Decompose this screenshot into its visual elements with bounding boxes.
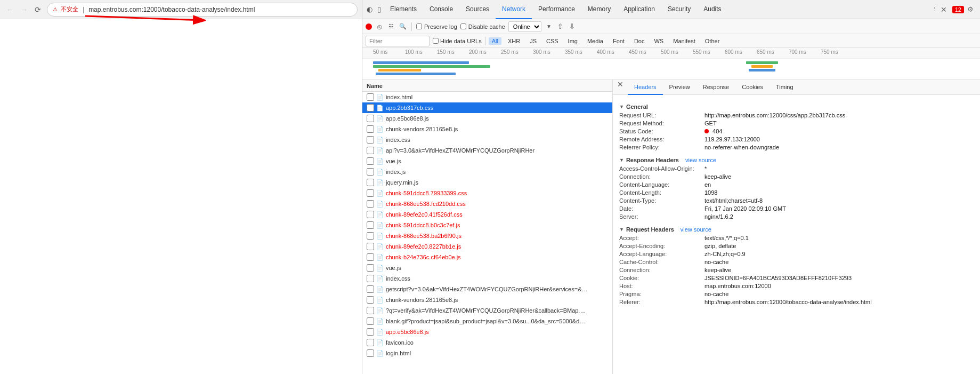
disable-cache-input[interactable] xyxy=(460,23,466,29)
file-item-19[interactable]: 📄 chunk-vendors.281165e8.js xyxy=(362,295,612,305)
file-checkbox-10[interactable] xyxy=(367,200,374,208)
file-checkbox-24[interactable] xyxy=(367,349,374,357)
details-tab-headers[interactable]: Headers xyxy=(628,80,663,95)
type-btn-doc[interactable]: Doc xyxy=(631,37,648,45)
response-headers-view-source[interactable]: view source xyxy=(685,157,716,163)
tab-application[interactable]: Application xyxy=(617,0,661,19)
search-icon[interactable]: 🔍 xyxy=(399,22,407,31)
file-checkbox-13[interactable] xyxy=(367,232,374,240)
file-item-15[interactable]: 📄 chunk-b24e736c.cf64eb0e.js xyxy=(362,252,612,262)
file-item-2[interactable]: 📄 app.e5bc86e8.js xyxy=(362,113,612,124)
details-close-icon[interactable]: ✕ xyxy=(613,80,628,94)
inspect-element-icon[interactable]: ◐ xyxy=(365,5,374,14)
devtools-more-icon[interactable]: ⋮ xyxy=(932,6,937,13)
file-item-21[interactable]: 📄 blank.gif?product=jsapi&sub_product=js… xyxy=(362,316,612,327)
file-checkbox-14[interactable] xyxy=(367,243,374,250)
file-item-12[interactable]: 📄 chunk-591ddcc8.b0c3c7ef.js xyxy=(362,220,612,230)
type-btn-font[interactable]: Font xyxy=(610,37,628,45)
devtools-settings-icon[interactable]: ⚙ xyxy=(967,5,974,13)
file-checkbox-16[interactable] xyxy=(367,264,374,272)
file-checkbox-22[interactable] xyxy=(367,328,374,336)
file-item-18[interactable]: 📄 getscript?v=3.0&ak=VifdHexZT4WOMrFYCQU… xyxy=(362,284,612,295)
file-checkbox-23[interactable] xyxy=(367,339,374,346)
tab-network[interactable]: Network xyxy=(496,0,532,19)
file-checkbox-18[interactable] xyxy=(367,285,374,293)
file-item-4[interactable]: 📄 index.css xyxy=(362,134,612,145)
close-devtools-icon[interactable]: ✕ xyxy=(941,5,947,14)
preserve-log-input[interactable] xyxy=(416,23,422,29)
disable-cache-checkbox[interactable]: Disable cache xyxy=(460,23,505,30)
type-btn-xhr[interactable]: XHR xyxy=(505,37,523,45)
file-checkbox-3[interactable] xyxy=(367,125,374,133)
tab-security[interactable]: Security xyxy=(661,0,697,19)
file-checkbox-4[interactable] xyxy=(367,136,374,144)
file-item-5[interactable]: 📄 api?v=3.0&ak=VifdHexZT4WOMrFYCQUZGorpR… xyxy=(362,145,612,156)
filter-icon[interactable]: ☷ xyxy=(387,22,395,31)
file-checkbox-15[interactable] xyxy=(367,253,374,261)
file-item-3[interactable]: 📄 chunk-vendors.281165e8.js xyxy=(362,124,612,134)
tab-memory[interactable]: Memory xyxy=(581,0,617,19)
hide-data-urls-input[interactable] xyxy=(433,38,439,44)
file-checkbox-5[interactable] xyxy=(367,147,374,154)
file-item-20[interactable]: 📄 ?qt=verify&ak=VifdHexZT4WOMrFYCQUZGorp… xyxy=(362,305,612,316)
type-btn-img[interactable]: Img xyxy=(565,37,581,45)
file-checkbox-7[interactable] xyxy=(367,168,374,176)
file-item-6[interactable]: 📄 vue.js xyxy=(362,156,612,166)
file-item-10[interactable]: 📄 chunk-868ee538.fcd210dd.css xyxy=(362,198,612,209)
file-checkbox-0[interactable] xyxy=(367,93,374,101)
tab-sources[interactable]: Sources xyxy=(459,0,496,19)
file-checkbox-1[interactable] xyxy=(367,104,374,112)
file-item-0[interactable]: 📄 index.html xyxy=(362,92,612,102)
file-item-14[interactable]: 📄 chunk-89efe2c0.8227bb1e.js xyxy=(362,241,612,252)
file-item-16[interactable]: 📄 vue.js xyxy=(362,262,612,273)
file-checkbox-6[interactable] xyxy=(367,157,374,165)
device-toggle-icon[interactable]: ▯ xyxy=(374,5,384,14)
file-checkbox-9[interactable] xyxy=(367,189,374,197)
file-checkbox-17[interactable] xyxy=(367,275,374,282)
type-btn-js[interactable]: JS xyxy=(527,37,540,45)
file-item-13[interactable]: 📄 chunk-868ee538.ba2b6f90.js xyxy=(362,230,612,241)
preserve-log-checkbox[interactable]: Preserve log xyxy=(416,23,457,30)
file-item-1[interactable]: 📄 app.2bb317cb.css xyxy=(362,102,612,113)
type-btn-ws[interactable]: WS xyxy=(651,37,667,45)
file-item-8[interactable]: 📄 jquery.min.js xyxy=(362,177,612,188)
reload-button[interactable]: ⟳ xyxy=(32,4,44,15)
file-item-24[interactable]: 📄 login.html xyxy=(362,348,612,359)
file-checkbox-20[interactable] xyxy=(367,307,374,314)
type-btn-other[interactable]: Other xyxy=(702,37,723,45)
address-bar[interactable]: ⚠ 不安全 | map.entrobus.com:12000/tobacco-d… xyxy=(47,3,358,17)
file-checkbox-12[interactable] xyxy=(367,221,374,229)
file-checkbox-21[interactable] xyxy=(367,317,374,325)
file-item-7[interactable]: 📄 index.js xyxy=(362,166,612,177)
request-headers-view-source[interactable]: view source xyxy=(681,226,711,233)
type-btn-media[interactable]: Media xyxy=(584,37,606,45)
file-item-17[interactable]: 📄 index.css xyxy=(362,273,612,284)
file-item-22[interactable]: 📄 app.e5bc86e8.js xyxy=(362,327,612,337)
hide-data-urls-checkbox[interactable]: Hide data URLs xyxy=(433,38,482,44)
tab-elements[interactable]: Elements xyxy=(384,0,423,19)
file-checkbox-2[interactable] xyxy=(367,115,374,122)
details-tab-cookies[interactable]: Cookies xyxy=(735,80,770,95)
throttle-select[interactable]: Online xyxy=(508,21,541,32)
back-button[interactable]: ← xyxy=(4,4,16,15)
tab-audits[interactable]: Audits xyxy=(697,0,727,19)
details-tab-response[interactable]: Response xyxy=(696,80,736,95)
file-item-23[interactable]: 📄 favicon.ico xyxy=(362,337,612,348)
forward-button[interactable]: → xyxy=(18,4,30,15)
record-button[interactable] xyxy=(366,23,372,30)
file-item-9[interactable]: 📄 chunk-591ddcc8.79933399.css xyxy=(362,188,612,198)
type-btn-manifest[interactable]: Manifest xyxy=(670,37,699,45)
file-item-11[interactable]: 📄 chunk-89efe2c0.41f526df.css xyxy=(362,209,612,220)
details-tab-preview[interactable]: Preview xyxy=(663,80,696,95)
tab-console[interactable]: Console xyxy=(423,0,459,19)
throttle-settings-icon[interactable]: ▼ xyxy=(545,22,553,31)
file-checkbox-8[interactable] xyxy=(367,179,374,186)
type-btn-all[interactable]: All xyxy=(489,37,501,45)
tab-performance[interactable]: Performance xyxy=(532,0,581,19)
details-tab-timing[interactable]: Timing xyxy=(770,80,800,95)
import-icon[interactable]: ⇧ xyxy=(556,22,565,31)
clear-button[interactable]: ⎋ xyxy=(375,22,384,31)
export-icon[interactable]: ⇩ xyxy=(568,22,577,31)
type-btn-css[interactable]: CSS xyxy=(543,37,562,45)
file-checkbox-19[interactable] xyxy=(367,296,374,304)
